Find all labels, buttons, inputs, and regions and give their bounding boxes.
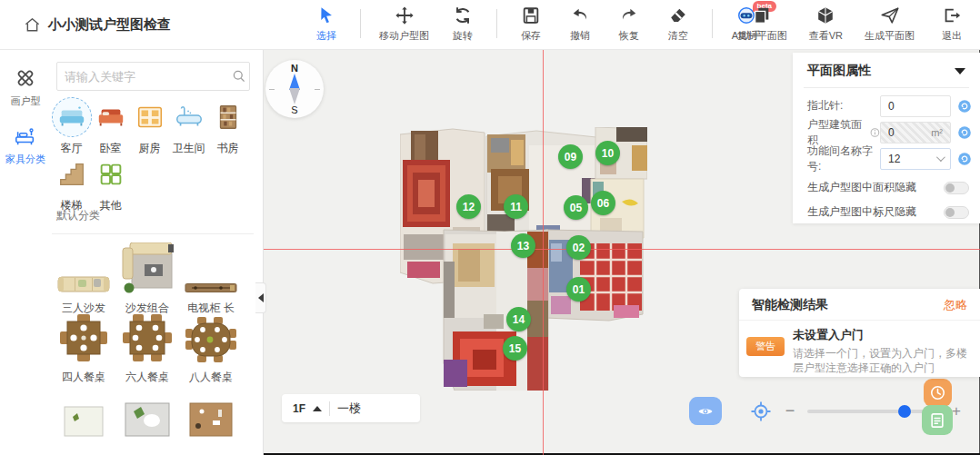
furniture-table4-label: 四人餐桌: [62, 370, 105, 385]
furniture-table8[interactable]: 八人餐桌: [179, 313, 243, 385]
generate-floorplan-button[interactable]: 生成平面图: [865, 5, 915, 43]
furniture-sofa3[interactable]: 三人沙发: [52, 242, 115, 316]
hide-area-label: 生成户型图中面积隐藏: [807, 180, 944, 195]
furniture-row-2: 四人餐桌 六人餐桌: [52, 313, 243, 385]
compass-south-label: S: [291, 104, 297, 115]
report-button[interactable]: [922, 405, 953, 435]
properties-title: 平面图属性: [807, 63, 871, 79]
room-marker-10[interactable]: 10: [595, 141, 620, 165]
north-arrow-input[interactable]: [880, 95, 951, 117]
warning-title: 未设置入户门: [793, 327, 971, 343]
room-marker-09[interactable]: 09: [558, 144, 583, 169]
ignore-link[interactable]: 忽略: [944, 297, 967, 313]
detection-panel: 智能检测结果 忽略 警告 未设置入户门 请选择一个门，设置为入户门，多楼层户型注…: [739, 289, 980, 377]
rail-item-draw-plan[interactable]: 画户型: [0, 66, 51, 108]
redo-label: 恢复: [619, 29, 639, 43]
sidebar: 画户型 家具分类: [0, 50, 264, 455]
room-marker-05[interactable]: 05: [564, 195, 588, 220]
room-name-font-row: 功能间名称字号: 12: [793, 145, 980, 172]
toolbar-separator: [496, 9, 497, 38]
move-icon: [395, 5, 415, 25]
save-icon: [521, 5, 541, 25]
furniture-table6[interactable]: 六人餐桌: [115, 313, 179, 385]
category-bedroom[interactable]: 卧室: [91, 97, 130, 156]
toggle-knob: [945, 183, 955, 193]
clear-button[interactable]: 清空: [663, 5, 694, 43]
room-marker-13[interactable]: 13: [511, 233, 535, 258]
furniture-table6-image: [122, 313, 173, 362]
hide-area-toggle[interactable]: [944, 182, 969, 194]
view-vr-button[interactable]: 查看VR: [809, 5, 843, 43]
room-marker-14[interactable]: 14: [506, 307, 531, 331]
redo-button[interactable]: 恢复: [614, 5, 645, 43]
furniture-tv-cabinet-image: [185, 282, 237, 293]
copy-floorplan-button[interactable]: 复制平面图: [737, 5, 787, 43]
reset-icon[interactable]: [957, 99, 972, 114]
furniture-table8-label: 八人餐桌: [189, 370, 233, 385]
furniture-table6-label: 六人餐桌: [125, 370, 169, 385]
room-marker-06[interactable]: 06: [591, 191, 615, 215]
history-button[interactable]: [924, 379, 952, 407]
room-name-font-select[interactable]: 12: [880, 148, 951, 170]
rotate-button[interactable]: 旋转: [447, 5, 478, 43]
other-icon: [91, 154, 131, 194]
home-icon: [24, 16, 41, 34]
exit-button[interactable]: 退出: [936, 5, 967, 43]
room-marker-02[interactable]: 02: [566, 235, 591, 260]
room-marker-15[interactable]: 15: [503, 336, 527, 361]
category-living-room[interactable]: 客厅: [52, 97, 91, 156]
floor-selector[interactable]: 1F 一楼: [282, 394, 420, 422]
room-marker-01[interactable]: 01: [566, 277, 591, 302]
room-marker-12[interactable]: 12: [456, 194, 481, 219]
reset-icon[interactable]: [957, 125, 972, 140]
hide-ruler-toggle-row: 生成户型图中标尺隐藏: [793, 200, 980, 224]
furniture-partial-image-1: [64, 406, 104, 437]
room-hall: [486, 131, 605, 242]
furniture-item-partial[interactable]: [115, 402, 179, 437]
search-icon[interactable]: [232, 69, 246, 84]
furniture-tv-cabinet[interactable]: 电视柜 长: [179, 242, 243, 316]
furniture-sofa-combo[interactable]: 沙发组合: [115, 242, 179, 316]
stairs-icon: [52, 154, 92, 194]
app-window: 小小测试户型图检查 选择 移动户型图: [0, 0, 980, 455]
undo-button[interactable]: 撤销: [565, 5, 595, 43]
category-stairs[interactable]: 楼梯: [52, 154, 91, 213]
zoom-out-button[interactable]: −: [782, 403, 798, 420]
rail-item-furniture-category[interactable]: 家具分类: [0, 124, 51, 166]
hide-ruler-toggle[interactable]: [944, 206, 969, 219]
move-floorplan-button[interactable]: 移动户型图: [379, 5, 429, 43]
preview-button[interactable]: [689, 397, 722, 425]
reset-icon[interactable]: [957, 152, 972, 166]
search-input[interactable]: [57, 70, 232, 84]
bedroom-icon: [91, 97, 131, 137]
undo-label: 撤销: [570, 29, 590, 43]
zoom-slider-thumb[interactable]: [898, 405, 911, 418]
detection-item[interactable]: 警告 未设置入户门 请选择一个门，设置为入户门，多楼层户型注意选择正确的入户门: [739, 321, 980, 375]
toggle-knob: [945, 208, 955, 217]
furniture-item-partial[interactable]: [179, 402, 243, 437]
room-marker-11[interactable]: 11: [504, 194, 528, 219]
sidebar-collapse-button[interactable]: [255, 282, 266, 313]
select-tool-button[interactable]: 选择: [311, 5, 342, 43]
crosshair-horizontal-line: [264, 249, 980, 250]
category-other[interactable]: 其他: [91, 154, 130, 213]
furniture-row-1: 三人沙发 沙发组合: [52, 242, 243, 316]
default-category-label: 默认分类: [56, 208, 100, 223]
category-study[interactable]: 书房: [208, 97, 247, 156]
save-button[interactable]: 保存: [515, 5, 546, 43]
floor-name-label: 一楼: [337, 401, 361, 417]
category-bathroom[interactable]: 卫生间: [169, 97, 208, 156]
furniture-table4-image: [59, 313, 108, 362]
properties-header[interactable]: 平面图属性: [793, 53, 980, 87]
collapse-left-icon: [258, 293, 264, 302]
category-kitchen-label: 厨房: [139, 141, 161, 156]
collapse-caret-icon[interactable]: [955, 68, 965, 74]
furniture-item-partial[interactable]: [52, 402, 115, 437]
floor-expand-icon[interactable]: [313, 406, 322, 411]
category-kitchen[interactable]: 厨房: [130, 97, 169, 156]
recenter-button[interactable]: [750, 401, 772, 422]
info-icon[interactable]: [870, 127, 880, 138]
draw-tools-icon: [14, 66, 37, 90]
furniture-table4[interactable]: 四人餐桌: [52, 313, 115, 385]
building-area-value: 0: [888, 126, 895, 139]
